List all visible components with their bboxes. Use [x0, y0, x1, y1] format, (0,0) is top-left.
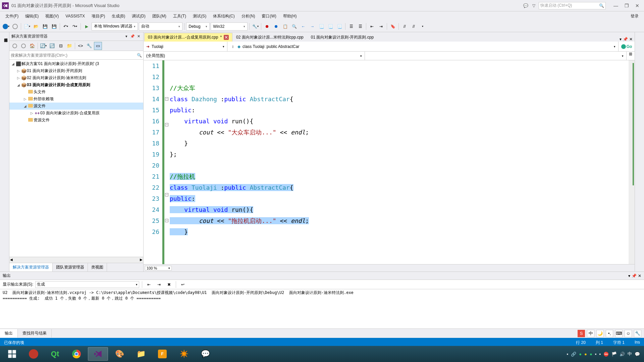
pin-icon[interactable]: 📌 — [623, 37, 628, 42]
platform-dropdown[interactable]: Win32▾ — [211, 22, 248, 31]
tray-icon[interactable]: ▪ — [567, 352, 569, 357]
open-button[interactable]: 📂 — [32, 22, 40, 31]
restore-button[interactable]: ❐ — [622, 2, 631, 9]
folder-source[interactable]: ◢源文件 — [9, 103, 143, 110]
tb-icon-1[interactable]: 🔧▾ — [251, 22, 259, 31]
tray-icon[interactable]: ● — [584, 352, 587, 357]
task-foxit[interactable]: F — [152, 347, 172, 361]
output-pin-icon[interactable]: 📌 — [632, 274, 637, 278]
task-app1[interactable]: ✴️ — [174, 347, 194, 361]
code-editor[interactable]: 11121314151617181920212223242526 −−−− //… — [144, 60, 635, 264]
tray-flag-icon[interactable]: 🏳️ — [611, 352, 617, 357]
tray-icon[interactable]: ● — [579, 352, 582, 357]
quick-launch-input[interactable]: 快速启动 (Ctrl+Q) 🔍 — [539, 2, 606, 9]
debugger-dropdown[interactable]: 本地 Windows 调试器▾ — [92, 22, 138, 31]
menu-vassistx[interactable]: VASSISTX — [63, 12, 88, 20]
folder-headers[interactable]: 头文件 — [9, 88, 143, 96]
task-visualstudio[interactable] — [88, 347, 108, 361]
tray-action-icon[interactable]: 💬 — [635, 352, 640, 357]
bottom-tab-output[interactable]: 输出 — [0, 329, 18, 338]
tb-dot-blue[interactable] — [272, 22, 280, 31]
menu-file[interactable]: 文件(F) — [3, 12, 21, 20]
menu-analyze[interactable]: 分析(N) — [239, 12, 258, 20]
config-dropdown[interactable]: Debug▾ — [186, 22, 210, 31]
se-fwd[interactable] — [19, 42, 28, 50]
solution-root[interactable]: ◢⬛解决方案'01 面向对象设计原则-开闭原则' (3 — [9, 60, 143, 67]
doc-tab-01[interactable]: 01 面向对象设计原则-开闭原则.cpp — [307, 33, 377, 42]
solution-search-input[interactable] — [11, 53, 137, 58]
tb-uncomment[interactable]: // — [410, 22, 418, 31]
menu-build[interactable]: 生成(B) — [109, 12, 128, 20]
menu-team[interactable]: 团队(M) — [150, 12, 169, 20]
tray-icon[interactable]: ▪ — [599, 352, 601, 357]
se-back[interactable] — [11, 42, 19, 50]
login-link[interactable]: 登录 — [628, 12, 641, 20]
tray-icon[interactable]: 🔗 — [571, 352, 576, 357]
tb-dot-red[interactable] — [263, 22, 271, 31]
ime-emoji-icon[interactable]: ☺ — [625, 330, 632, 337]
tb-prev[interactable]: ← — [299, 22, 307, 31]
solution-hscroll[interactable]: ◀ ▶ — [9, 257, 143, 263]
project-03[interactable]: ◢📦03 面向对象设计原则-合成复用原则 — [9, 81, 143, 88]
close-icon[interactable]: ✕ — [224, 35, 229, 40]
tb-icon-2[interactable]: 📋 — [281, 22, 289, 31]
tb-next[interactable]: → — [308, 22, 316, 31]
ime-punct-icon[interactable]: •, — [606, 330, 613, 337]
out-tb-3[interactable]: ✖ — [165, 281, 173, 289]
new-file-button[interactable]: 📄▾ — [23, 22, 31, 31]
output-body[interactable]: U2 面向对象设计原则-迪米特法则.vcxproj -> C:\Users\ap… — [0, 289, 644, 328]
doc-tab-02[interactable]: 02 面向对象设计原...米特法则cpp.cpp — [232, 33, 307, 42]
menu-tools[interactable]: 工具(T) — [170, 12, 189, 20]
tb-comment[interactable]: // — [400, 22, 409, 31]
start-debug-button[interactable]: ▶ — [83, 22, 91, 31]
zoom-dropdown[interactable]: 100 %▾ — [145, 266, 172, 270]
tb-indent-in[interactable]: ⇥ — [377, 22, 385, 31]
menu-window[interactable]: 窗口(W) — [259, 12, 279, 20]
tb-icon-7[interactable]: ☰ — [347, 22, 355, 31]
folder-resource[interactable]: 资源文件 — [9, 117, 143, 124]
menu-arch[interactable]: 体系结构(C) — [210, 12, 237, 20]
menu-help[interactable]: 帮助(H) — [280, 12, 300, 20]
task-app2[interactable]: 💬 — [195, 347, 215, 361]
se-collapse[interactable]: ⊟ — [57, 42, 65, 50]
se-home[interactable]: 🏠 — [28, 42, 36, 50]
menu-debug[interactable]: 调试(D) — [129, 12, 148, 20]
out-tb-1[interactable]: ⇤ — [145, 281, 153, 289]
ime-settings-icon[interactable]: 🔧 — [634, 330, 641, 337]
scope-dropdown[interactable]: (全局范围) ▾ — [144, 52, 365, 60]
task-explorer[interactable]: 📁 — [131, 347, 151, 361]
ime-lang[interactable]: 中 — [587, 330, 594, 337]
output-close-icon[interactable]: ✕ — [638, 274, 641, 278]
tray-icon[interactable]: ● — [590, 352, 592, 357]
menu-project[interactable]: 项目(P) — [89, 12, 108, 20]
tray-lang-icon[interactable]: 中 — [628, 351, 632, 357]
task-record[interactable] — [23, 347, 44, 361]
se-showall[interactable]: 📁 — [65, 42, 73, 50]
tray-volume-icon[interactable]: 🔊 — [620, 352, 625, 357]
se-preview[interactable]: ▭ — [94, 42, 102, 50]
redo-button[interactable]: ↷▾ — [71, 22, 79, 31]
menu-edit[interactable]: 编辑(E) — [22, 12, 41, 20]
go-button[interactable]: Go — [619, 42, 635, 51]
se-refresh[interactable]: 🔄▾ — [39, 42, 47, 50]
project-02[interactable]: ▷📦02 面向对象设计原则-迪米特法则 — [9, 74, 143, 81]
output-dropdown-icon[interactable]: ▾ — [628, 274, 630, 278]
tray-icon[interactable]: ▪ — [595, 352, 597, 357]
start-button[interactable] — [2, 347, 22, 361]
file-03cpp[interactable]: ▷++03 面向对象设计原则-合成复用原 — [9, 110, 143, 117]
member-dropdown[interactable]: ▾ — [365, 52, 627, 60]
tb-more[interactable]: ▾ — [419, 22, 427, 31]
panel-pin-icon[interactable]: 📌 — [130, 34, 135, 39]
back-button[interactable]: ▾ — [2, 22, 10, 31]
task-paint[interactable]: 🎨 — [109, 347, 129, 361]
folder-external[interactable]: ▷外部依赖项 — [9, 96, 143, 103]
doc-tab-03[interactable]: 03 面向对象设计原...-合成复用原则.cpp * ✕ — [144, 33, 232, 42]
nav-type-dropdown[interactable]: ➜ Tuolaji ▾ — [144, 42, 227, 51]
task-qt[interactable]: Qt — [45, 347, 65, 361]
tab-class-view[interactable]: 类视图 — [88, 263, 107, 272]
undo-button[interactable]: ↶▾ — [62, 22, 70, 31]
bottom-tab-findsymbol[interactable]: 查找符号结果 — [18, 329, 52, 338]
close-button[interactable]: ✕ — [633, 2, 642, 9]
solution-search[interactable]: 🔍 — [9, 51, 143, 60]
ime-moon-icon[interactable]: 🌙 — [596, 330, 604, 337]
